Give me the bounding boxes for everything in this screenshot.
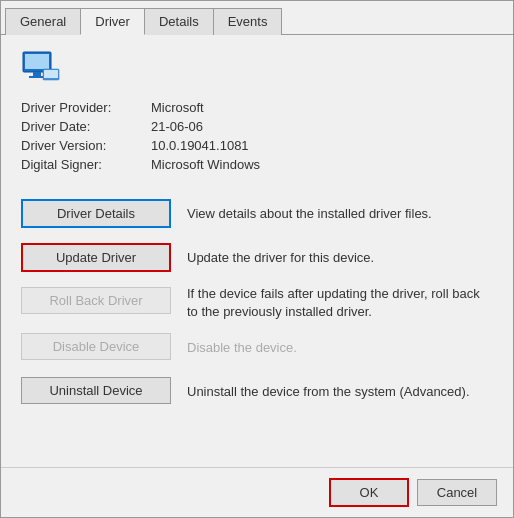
actions-area: Driver Details View details about the in… — [21, 192, 493, 451]
tab-content: Driver Provider: Microsoft Driver Date: … — [1, 35, 513, 467]
tab-general[interactable]: General — [5, 8, 81, 35]
svg-rect-2 — [33, 72, 41, 76]
action-row-update-driver: Update Driver Update the driver for this… — [21, 236, 493, 280]
svg-rect-3 — [29, 76, 45, 78]
driver-info-table: Driver Provider: Microsoft Driver Date: … — [21, 100, 493, 176]
action-row-driver-details: Driver Details View details about the in… — [21, 192, 493, 236]
info-row-date: Driver Date: 21-06-06 — [21, 119, 493, 134]
action-row-rollback-driver: Roll Back Driver If the device fails aft… — [21, 280, 493, 326]
driver-details-button[interactable]: Driver Details — [21, 199, 171, 228]
disable-device-button[interactable]: Disable Device — [21, 333, 171, 360]
tab-details[interactable]: Details — [144, 8, 214, 35]
rollback-driver-button[interactable]: Roll Back Driver — [21, 287, 171, 314]
info-row-provider: Driver Provider: Microsoft — [21, 100, 493, 115]
svg-rect-5 — [44, 70, 58, 78]
device-properties-dialog: General Driver Details Events — [0, 0, 514, 518]
info-row-signer: Digital Signer: Microsoft Windows — [21, 157, 493, 172]
device-icon — [21, 51, 493, 86]
disable-device-desc: Disable the device. — [187, 339, 297, 357]
driver-details-desc: View details about the installed driver … — [187, 205, 432, 223]
tab-driver[interactable]: Driver — [80, 8, 145, 35]
rollback-driver-desc: If the device fails after updating the d… — [187, 285, 493, 321]
update-driver-button[interactable]: Update Driver — [21, 243, 171, 272]
dialog-footer: OK Cancel — [1, 467, 513, 517]
action-row-uninstall-device: Uninstall Device Uninstall the device fr… — [21, 370, 493, 414]
cancel-button[interactable]: Cancel — [417, 479, 497, 506]
update-driver-desc: Update the driver for this device. — [187, 249, 374, 267]
ok-button[interactable]: OK — [329, 478, 409, 507]
tab-events[interactable]: Events — [213, 8, 283, 35]
info-row-version: Driver Version: 10.0.19041.1081 — [21, 138, 493, 153]
action-row-disable-device: Disable Device Disable the device. — [21, 326, 493, 370]
uninstall-device-button[interactable]: Uninstall Device — [21, 377, 171, 404]
uninstall-device-desc: Uninstall the device from the system (Ad… — [187, 383, 470, 401]
svg-rect-1 — [25, 54, 49, 69]
tab-bar: General Driver Details Events — [1, 1, 513, 35]
